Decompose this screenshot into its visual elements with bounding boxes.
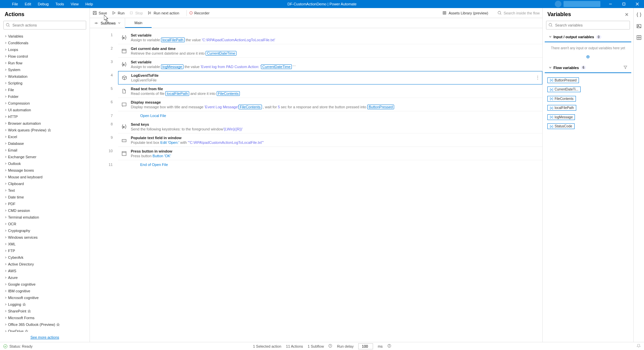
run-button[interactable]: Run: [112, 11, 124, 15]
flow-step[interactable]: 6Display messageDisplay message box with…: [103, 98, 542, 111]
actions-category[interactable]: Microsoft Forms: [3, 314, 86, 321]
actions-category[interactable]: Database: [3, 140, 86, 147]
actions-category[interactable]: OCR: [3, 221, 86, 227]
account-name[interactable]: [564, 1, 600, 7]
actions-category[interactable]: XML: [3, 241, 86, 247]
actions-category[interactable]: Email: [3, 147, 86, 154]
flow-step[interactable]: 2Get current date and timeRetrieve the c…: [103, 44, 542, 58]
actions-category[interactable]: Active Directory: [3, 261, 86, 268]
actions-category[interactable]: Browser automation: [3, 120, 86, 127]
actions-category[interactable]: Run flow: [3, 60, 86, 66]
run-delay-input[interactable]: [358, 343, 373, 349]
actions-category[interactable]: Office 365 Outlook (Preview): [3, 321, 86, 328]
step-body[interactable]: LogEventToFileLogEventToFile⋮: [118, 71, 542, 84]
actions-category[interactable]: IBM cognitive: [3, 288, 86, 294]
info-icon[interactable]: [387, 344, 391, 348]
actions-category[interactable]: Conditionals: [3, 40, 86, 46]
step-more-icon[interactable]: ⋮: [535, 75, 540, 80]
step-body[interactable]: Get current date and timeRetrieve the cu…: [118, 44, 542, 58]
menu-tools[interactable]: Tools: [52, 2, 67, 6]
actions-category[interactable]: Outlook: [3, 160, 86, 167]
flow-variable-chip[interactable]: {x}localFilePath: [547, 105, 576, 111]
target-icon[interactable]: [636, 35, 642, 40]
flow-step[interactable]: 5Read text from fileRead contents of fil…: [103, 84, 542, 98]
actions-category[interactable]: System: [3, 66, 86, 73]
variable-braces-icon[interactable]: [636, 12, 642, 17]
assets-library-button[interactable]: Assets Library (preview): [442, 11, 488, 15]
actions-category[interactable]: Azure: [3, 274, 86, 281]
steps-list[interactable]: 1xSet variableAssign to variable localFi…: [90, 28, 542, 342]
actions-category[interactable]: FTP: [3, 247, 86, 254]
actions-category[interactable]: Terminal emulation: [3, 214, 86, 221]
actions-category[interactable]: Exchange Server: [3, 154, 86, 160]
flow-variables-header[interactable]: Flow variables 6: [545, 63, 631, 73]
actions-category[interactable]: Mouse and keyboard: [3, 174, 86, 180]
actions-category[interactable]: Message boxes: [3, 167, 86, 174]
image-icon[interactable]: [636, 23, 642, 29]
step-body[interactable]: Press button in windowPress button Butto…: [118, 147, 542, 160]
step-body[interactable]: xSend keysSend the following keystrokes:…: [118, 120, 542, 133]
io-variables-header[interactable]: Input / output variables 0: [545, 32, 631, 42]
filter-icon[interactable]: [624, 65, 627, 70]
actions-category[interactable]: Excel: [3, 133, 86, 140]
menu-debug[interactable]: Debug: [35, 2, 52, 6]
step-body[interactable]: Read text from fileRead contents of file…: [118, 84, 542, 98]
flow-step[interactable]: 8xSend keysSend the following keystrokes…: [103, 120, 542, 133]
actions-category[interactable]: Work queues (Preview): [3, 127, 86, 133]
flow-step[interactable]: 9Populate text field in windowPopulate t…: [103, 133, 542, 147]
avatar-icon[interactable]: [555, 1, 561, 7]
actions-category[interactable]: Variables: [3, 33, 86, 40]
actions-category[interactable]: Cryptography: [3, 227, 86, 234]
actions-category[interactable]: PDF: [3, 200, 86, 207]
maximize-button[interactable]: [617, 0, 631, 8]
actions-category-list[interactable]: VariablesConditionalsLoopsFlow controlRu…: [0, 32, 90, 332]
actions-category[interactable]: UI automation: [3, 107, 86, 113]
recorder-button[interactable]: Recorder: [190, 11, 209, 15]
region-label[interactable]: Open Local File: [127, 114, 166, 118]
actions-search-input[interactable]: [3, 21, 86, 30]
actions-category[interactable]: Compression: [3, 100, 86, 107]
actions-category[interactable]: Loops: [3, 46, 86, 53]
actions-category[interactable]: SharePoint: [3, 308, 86, 314]
actions-category[interactable]: Scripting: [3, 80, 86, 86]
actions-category[interactable]: AWS: [3, 268, 86, 274]
flow-step[interactable]: 3xSet variableAssign to variable logMess…: [103, 58, 542, 71]
flow-step[interactable]: 4LogEventToFileLogEventToFile⋮: [103, 71, 542, 84]
flow-variable-chip[interactable]: {x}FileContents: [547, 96, 576, 102]
actions-category[interactable]: Microsoft cognitive: [3, 294, 86, 301]
menu-edit[interactable]: Edit: [21, 2, 35, 6]
run-next-button[interactable]: Run next action: [148, 11, 179, 15]
flow-step[interactable]: 1xSet variableAssign to variable localFi…: [103, 31, 542, 44]
see-more-actions-link[interactable]: See more actions: [31, 335, 59, 339]
actions-category[interactable]: Date time: [3, 194, 86, 200]
flow-variable-chip[interactable]: {x}logMessage: [547, 114, 575, 120]
tab-main[interactable]: Main: [125, 18, 152, 28]
actions-category[interactable]: CyberArk: [3, 254, 86, 261]
actions-category[interactable]: Logging: [3, 301, 86, 308]
step-body[interactable]: xSet variableAssign to variable logMessa…: [118, 58, 542, 71]
actions-category[interactable]: Windows services: [3, 234, 86, 241]
actions-category[interactable]: Text: [3, 187, 86, 194]
menu-help[interactable]: Help: [82, 2, 96, 6]
actions-category[interactable]: Clipboard: [3, 180, 86, 187]
add-io-variable-button[interactable]: ⊕: [543, 54, 633, 63]
region-label[interactable]: End of Open File: [127, 163, 168, 167]
search-flow-button[interactable]: Search inside the flow: [497, 11, 540, 15]
menu-view[interactable]: View: [67, 2, 82, 6]
actions-category[interactable]: Folder: [3, 93, 86, 100]
actions-category[interactable]: CMD session: [3, 207, 86, 214]
step-body[interactable]: Populate text field in windowPopulate te…: [118, 133, 542, 147]
close-button[interactable]: [631, 0, 644, 8]
actions-category[interactable]: HTTP: [3, 113, 86, 120]
pin-icon[interactable]: [637, 344, 641, 349]
flow-variable-chip[interactable]: {x}CurrentDateTi...: [547, 86, 581, 92]
variables-search-input[interactable]: [546, 21, 630, 30]
flow-variable-chip[interactable]: {x}StatusCode: [547, 123, 575, 129]
actions-category[interactable]: Workstation: [3, 73, 86, 80]
actions-category[interactable]: Flow control: [3, 53, 86, 60]
actions-category[interactable]: OneDrive: [3, 328, 86, 332]
step-body[interactable]: Display messageDisplay message box with …: [118, 98, 542, 111]
minimize-button[interactable]: [604, 0, 617, 8]
flow-variable-chip[interactable]: {x}ButtonPressed: [547, 77, 579, 83]
flow-step[interactable]: 10Press button in windowPress button But…: [103, 147, 542, 160]
